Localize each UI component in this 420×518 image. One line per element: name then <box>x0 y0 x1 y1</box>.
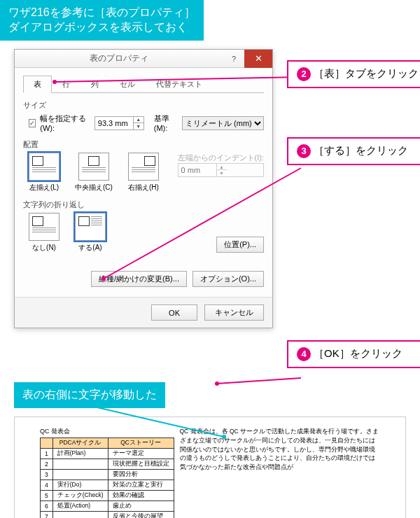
table-row: 3要因分析 <box>41 470 174 480</box>
ok-button[interactable]: OK <box>151 304 197 321</box>
options-button[interactable]: オプション(O)... <box>192 271 264 287</box>
align-left-icon <box>29 153 59 181</box>
wrap-around-label: する(A) <box>75 243 106 253</box>
table-row: 2現状把握と目標設定 <box>41 459 174 470</box>
indent-value-field <box>178 164 216 176</box>
align-right-option[interactable]: 右揃え(H) <box>128 153 159 192</box>
table-row: 5チェック(Check)効果の確認 <box>41 491 174 501</box>
width-checkbox[interactable]: ✓ <box>29 119 36 127</box>
result-note: 表の右側に文字が移動した <box>14 382 165 408</box>
preview-table: PDCAサイクル QCストーリー 1計画(Plan)テーマ選定2現状把握と目標設… <box>40 438 174 518</box>
table-row: 4実行(Do)対策の立案と実行 <box>41 480 174 491</box>
size-section-label: サイズ <box>23 100 264 111</box>
document-preview: QC 発表会 PDCAサイクル QCストーリー 1計画(Plan)テーマ選定2現… <box>14 416 406 518</box>
tab-alttext[interactable]: 代替テキスト <box>146 76 213 93</box>
callout-step-3: 3［する］をクリック <box>287 137 420 165</box>
dialog-title: 表のプロパティ <box>15 52 223 64</box>
table-row: 7反省と今後の展望 <box>41 512 174 518</box>
borders-shading-button[interactable]: 線種/網かけの変更(B)... <box>91 271 187 287</box>
preview-col-2: QCストーリー <box>108 438 174 449</box>
width-value-field[interactable] <box>95 117 133 130</box>
tab-cell[interactable]: セル <box>109 76 146 93</box>
wrap-around-option[interactable]: する(A) <box>75 213 106 253</box>
help-button[interactable]: ? <box>223 55 244 63</box>
align-left-label: 左揃え(L) <box>29 183 59 192</box>
table-row: 1計画(Plan)テーマ選定 <box>41 449 174 459</box>
measure-combo[interactable]: ミリメートル (mm) <box>182 116 264 130</box>
callout-step-4: 4［OK］をクリック <box>287 340 420 368</box>
width-spin-down[interactable]: ▼ <box>134 123 144 130</box>
width-spin-up[interactable]: ▲ <box>134 117 144 123</box>
align-right-icon <box>128 153 159 181</box>
close-button[interactable]: ✕ <box>244 50 272 68</box>
align-left-option[interactable]: 左揃え(L) <box>29 153 59 192</box>
align-center-option[interactable]: 中央揃え(C) <box>75 153 113 192</box>
wrap-around-icon <box>75 213 106 241</box>
measure-label: 基準(M): <box>154 113 178 132</box>
width-checkbox-label: 幅を指定する(W): <box>40 113 90 132</box>
wrap-section-label: 文字列の折り返し <box>23 200 264 210</box>
titlebar: 表のプロパティ ? ✕ <box>15 50 272 68</box>
tab-table[interactable]: 表 <box>23 76 52 93</box>
table-properties-dialog: 表のプロパティ ? ✕ 表 行 列 セル 代替テキスト サイズ ✓ 幅を指定する… <box>14 49 273 328</box>
indent-input: ▲▼ <box>178 163 264 177</box>
preview-col-1: PDCAサイクル <box>52 438 108 449</box>
callout-step-2: 2［表］タブをクリック <box>287 60 420 88</box>
instruction-note-top: ワザ216を参考に［表のプロパティ］ ダイアログボックスを表示しておく <box>0 0 204 41</box>
indent-label: 左端からのインデント(I): <box>178 153 264 163</box>
wrap-none-label: なし(N) <box>29 243 59 253</box>
tab-row[interactable]: 行 <box>52 76 80 93</box>
alignment-section-label: 配置 <box>23 139 264 150</box>
align-center-icon <box>78 153 109 181</box>
align-center-label: 中央揃え(C) <box>75 183 113 192</box>
table-row: 6処置(Action)歯止め <box>41 501 174 512</box>
align-right-label: 右揃え(H) <box>128 183 159 192</box>
position-button[interactable]: 位置(P)... <box>216 237 264 253</box>
preview-heading: QC 発表会 <box>40 427 174 436</box>
cancel-button[interactable]: キャンセル <box>204 304 264 321</box>
width-input[interactable]: ▲▼ <box>94 116 144 130</box>
tab-column[interactable]: 列 <box>80 76 109 93</box>
wrap-none-option[interactable]: なし(N) <box>29 213 59 253</box>
wrap-none-icon <box>29 213 59 241</box>
preview-body-text: QC 発表会は、各 QC サークルで活動した成果発表を行う場です。さまざまな立場… <box>180 427 381 518</box>
tab-strip: 表 行 列 セル 代替テキスト <box>23 75 264 93</box>
